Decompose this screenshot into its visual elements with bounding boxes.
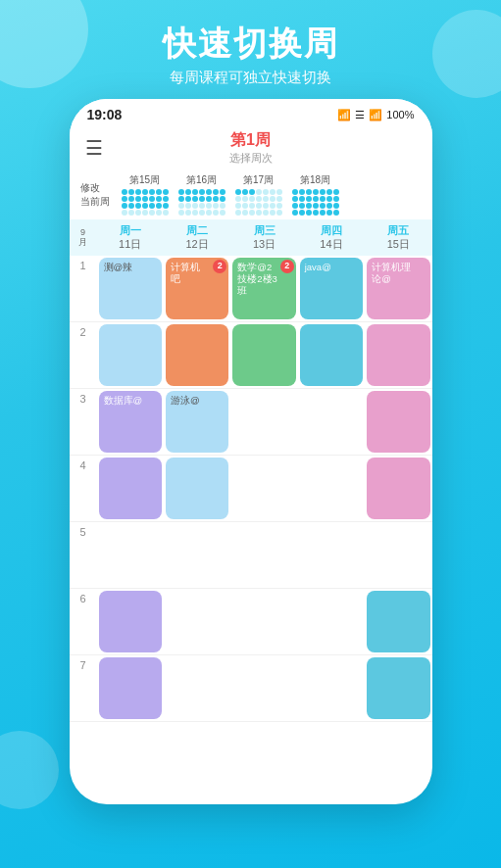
menu-icon[interactable]: ☰	[85, 138, 103, 158]
course-block	[300, 391, 363, 453]
cell-3-wed[interactable]	[230, 389, 297, 455]
cell-6-mon[interactable]	[97, 589, 164, 654]
cell-5-mon[interactable]	[97, 522, 164, 588]
time-2: 2	[70, 322, 97, 388]
course-block	[166, 524, 228, 586]
time-7: 7	[70, 655, 97, 721]
cell-3-mon[interactable]: 数据库@	[97, 389, 164, 455]
course-block[interactable]	[99, 324, 162, 386]
day-header-fri: 周五 15日	[365, 223, 431, 252]
schedule-row-2: 2	[70, 322, 432, 389]
cell-3-fri[interactable]	[365, 389, 431, 455]
course-block[interactable]	[367, 324, 429, 386]
cell-6-wed[interactable]	[230, 589, 297, 654]
course-block[interactable]: 游泳@	[166, 391, 228, 453]
cell-1-fri[interactable]: 计算机理论@	[365, 256, 431, 321]
course-block[interactable]	[99, 657, 162, 719]
deco-circle-tl	[0, 0, 88, 88]
cell-3-thu[interactable]	[298, 389, 365, 455]
cell-5-fri[interactable]	[365, 522, 431, 588]
status-bar: 19:08 📶 ☰ 📶 100%	[70, 99, 432, 126]
course-block	[300, 458, 363, 519]
schedule-row-5: 5	[70, 522, 432, 589]
course-block[interactable]	[99, 458, 162, 519]
week-card-16[interactable]: 第16周	[176, 173, 227, 216]
cell-1-thu[interactable]: java@	[298, 256, 365, 321]
cell-2-mon[interactable]	[97, 322, 164, 388]
course-block[interactable]: 数学@2技楼2楼3班2	[232, 258, 295, 319]
schedule-scroll[interactable]: 1 测@辣 计算机吧2 数学@2技楼2楼3班2 java@ 计算机理论@	[70, 256, 432, 804]
cell-2-tue[interactable]	[164, 322, 230, 388]
course-block[interactable]	[166, 458, 228, 519]
cell-5-tue[interactable]	[164, 522, 230, 588]
course-block	[232, 657, 295, 719]
phone-frame: 19:08 📶 ☰ 📶 100% ☰ 第1周 选择周次 修改 当前周 第15周	[70, 99, 432, 804]
cell-6-fri[interactable]	[365, 589, 431, 654]
cell-1-tue[interactable]: 计算机吧2	[164, 256, 230, 321]
cell-2-wed[interactable]	[230, 322, 297, 388]
week-title-area: 第1周 选择周次	[229, 130, 273, 166]
cell-7-tue[interactable]	[164, 655, 230, 721]
time-6: 6	[70, 589, 97, 654]
course-block[interactable]: 数据库@	[99, 391, 162, 453]
week-subtitle: 选择周次	[229, 151, 273, 166]
cell-4-mon[interactable]	[97, 456, 164, 521]
deco-circle-bl	[0, 731, 59, 809]
week-card-18[interactable]: 第18周	[290, 173, 341, 216]
course-block[interactable]: 测@辣	[99, 258, 162, 319]
wifi-icon: ☰	[355, 109, 365, 121]
course-block[interactable]	[367, 391, 429, 453]
cell-7-thu[interactable]	[298, 655, 365, 721]
cell-4-thu[interactable]	[298, 456, 365, 521]
cell-6-thu[interactable]	[298, 589, 365, 654]
cell-1-wed[interactable]: 数学@2技楼2楼3班2	[230, 256, 297, 321]
week-selector-left-label: 修改 当前周	[77, 181, 113, 209]
badge: 2	[213, 260, 226, 273]
deco-circle-tr	[432, 10, 501, 98]
week-card-15[interactable]: 第15周	[120, 173, 171, 216]
bluetooth-icon: 📶	[337, 109, 351, 121]
cell-6-tue[interactable]	[164, 589, 230, 654]
cell-3-tue[interactable]: 游泳@	[164, 389, 230, 455]
cell-1-mon[interactable]: 测@辣	[97, 256, 164, 321]
week-card-17[interactable]: 第17周	[233, 173, 284, 216]
week-card-15-label: 第15周	[129, 173, 160, 187]
cell-5-thu[interactable]	[298, 522, 365, 588]
course-block	[232, 391, 295, 453]
course-block[interactable]	[300, 324, 363, 386]
app-header: ☰ 第1周 选择周次	[70, 126, 432, 168]
course-block[interactable]: 计算机理论@	[367, 258, 429, 319]
course-block[interactable]	[166, 324, 228, 386]
cell-7-wed[interactable]	[230, 655, 297, 721]
calendar-area: 9月 周一 11日 周二 12日 周三 13日 周四 14日 周五 15日	[70, 219, 432, 804]
cell-4-tue[interactable]	[164, 456, 230, 521]
course-block	[300, 657, 363, 719]
header-subtitle: 每周课程可独立快速切换	[163, 69, 339, 87]
week-card-17-label: 第17周	[243, 173, 274, 187]
week-dots-15	[122, 189, 169, 216]
course-block[interactable]	[367, 458, 429, 519]
day-header-thu: 周四 14日	[298, 223, 365, 252]
course-block	[300, 524, 363, 586]
cell-2-fri[interactable]	[365, 322, 431, 388]
course-block[interactable]	[367, 657, 429, 719]
course-block[interactable]: 计算机吧2	[166, 258, 228, 319]
course-block[interactable]	[367, 591, 429, 652]
cell-4-fri[interactable]	[365, 456, 431, 521]
week-dots-16	[178, 189, 225, 216]
week-dots-18	[292, 189, 339, 216]
week-title: 第1周	[229, 130, 273, 151]
cell-7-mon[interactable]	[97, 655, 164, 721]
week-selector[interactable]: 修改 当前周 第15周 第16周 第17周	[70, 168, 432, 219]
course-block[interactable]: java@	[300, 258, 363, 319]
badge: 2	[280, 260, 294, 273]
cell-7-fri[interactable]	[365, 655, 431, 721]
cell-2-thu[interactable]	[298, 322, 365, 388]
day-header-mon: 周一 11日	[97, 223, 164, 252]
course-block[interactable]	[232, 324, 295, 386]
cell-4-wed[interactable]	[230, 456, 297, 521]
course-block	[232, 524, 295, 586]
course-block[interactable]	[99, 591, 162, 652]
course-block	[367, 524, 429, 586]
cell-5-wed[interactable]	[230, 522, 297, 588]
